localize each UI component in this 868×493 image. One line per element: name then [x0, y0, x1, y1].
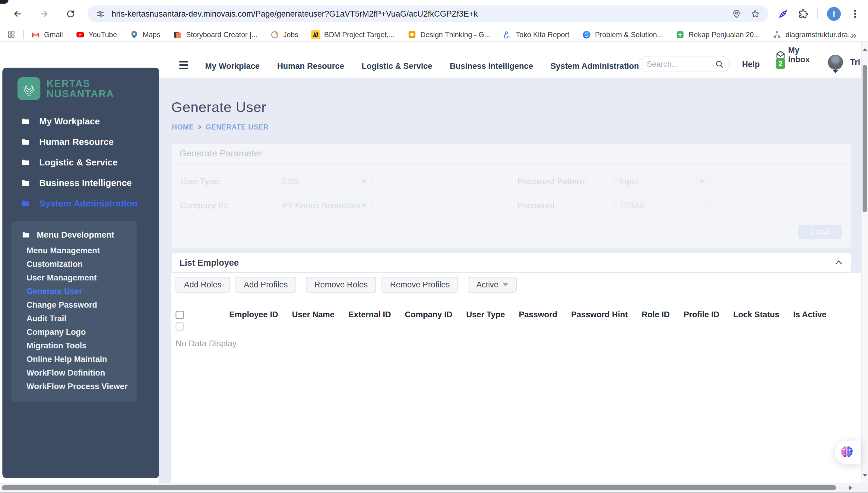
inbox-badge: 2: [776, 58, 785, 69]
inbox-link[interactable]: My Inbox 2: [775, 46, 810, 72]
address-bar[interactable]: hris-kertasnusantara-dev.minovais.com/Pa…: [88, 5, 769, 22]
bookmark-label: Jobs: [283, 30, 299, 39]
search-box[interactable]: [639, 56, 730, 72]
sidebar-item-user-management[interactable]: User Management: [12, 271, 137, 285]
sidebar-item-logistic-service[interactable]: Logistic & Service: [2, 152, 159, 173]
tune-icon[interactable]: [96, 9, 105, 18]
column-header-user-name: User Name: [292, 310, 335, 319]
browser-profile-avatar[interactable]: I: [827, 7, 841, 21]
bookmark-toko-kita-report[interactable]: Toko Kita Report: [503, 30, 569, 39]
bookmark-gmail[interactable]: Gmail: [31, 30, 63, 39]
sidebar-item-generate-user[interactable]: Generate User: [12, 285, 137, 298]
bookmark-storyboard-creator[interactable]: Storyboard Creator |...: [173, 30, 257, 39]
sidebar-item-workflow-definition[interactable]: WorkFlow Definition: [12, 366, 137, 380]
topnav-business-intelligence[interactable]: Business Intelligence: [450, 62, 533, 71]
bookmarks-overflow-icon[interactable]: »: [851, 29, 861, 40]
breadcrumb-current[interactable]: GENERATE USER: [205, 123, 269, 131]
extensions-puzzle-icon[interactable]: [797, 8, 808, 19]
search-icon[interactable]: [715, 60, 724, 68]
browser-nav-buttons: [12, 8, 76, 19]
horizontal-scrollbar-thumb[interactable]: [2, 485, 836, 490]
sidebar-item-migration-tools[interactable]: Migration Tools: [12, 339, 137, 352]
column-header-password-hint: Password Hint: [571, 310, 628, 319]
topnav-my-workplace[interactable]: My Workplace: [205, 62, 260, 71]
list-employee-header[interactable]: List Employee: [171, 253, 851, 273]
user-name: Tri: [850, 58, 860, 67]
kebab-menu-icon[interactable]: [850, 9, 860, 19]
select-all-checkbox[interactable]: [176, 310, 184, 319]
row-checkbox[interactable]: [176, 322, 184, 330]
bookmark-diagramstruktur-dra[interactable]: diagramstruktur.dra...: [772, 30, 851, 39]
remove-roles-button[interactable]: Remove Roles: [306, 277, 376, 293]
bookmark-label: YouTube: [89, 30, 117, 39]
company-id-select[interactable]: PT Kertas Nusantara: [276, 197, 373, 214]
sidebar-item-audit-trail[interactable]: Audit Trail: [12, 312, 137, 325]
password-pattern-select[interactable]: Input: [613, 173, 711, 190]
topnav-links: My WorkplaceHuman ResourceLogistic & Ser…: [205, 62, 639, 72]
app-logo: KERTAS NUSANTARA: [2, 71, 159, 107]
sidebar-item-my-workplace[interactable]: My Workplace: [2, 111, 159, 132]
search-input[interactable]: [647, 60, 715, 69]
sidebar-item-company-logo[interactable]: Company Logo: [12, 325, 137, 339]
add-profiles-button[interactable]: Add Profiles: [235, 277, 296, 293]
sidebar-item-label: Business Intelligence: [39, 178, 132, 188]
vertical-scrollbar-thumb[interactable]: [863, 65, 867, 212]
sidebar-item-human-resource[interactable]: Human Resource: [2, 132, 159, 152]
menu-toggle-icon[interactable]: [179, 61, 188, 72]
bookmark-star-icon[interactable]: [750, 9, 760, 19]
back-icon[interactable]: [12, 8, 23, 19]
password-input[interactable]: 123Aa: [613, 197, 711, 214]
sidebar-submenu: Menu Development Menu ManagementCustomiz…: [12, 221, 137, 402]
toolbar-divider: [817, 8, 818, 19]
topnav-logistic-service[interactable]: Logistic & Service: [362, 62, 432, 71]
topnav-system-administration[interactable]: System Administration: [550, 62, 639, 71]
apps-grid-icon[interactable]: [7, 30, 15, 39]
sidebar-item-online-help-maintain[interactable]: Online Help Maintain: [12, 352, 137, 366]
add-roles-button[interactable]: Add Roles: [176, 277, 230, 293]
bookmark-bdm-project-target[interactable]: BDM Project Target,...: [311, 30, 394, 39]
user-type-select[interactable]: ESS: [276, 173, 373, 190]
vertical-scrollbar[interactable]: [861, 42, 868, 483]
action-buttons: Add RolesAdd ProfilesRemove RolesRemove …: [176, 277, 861, 293]
active-filter-dropdown[interactable]: Active: [468, 277, 517, 293]
breadcrumb-home[interactable]: HOME: [172, 123, 194, 131]
bookmark-youtube[interactable]: YouTube: [76, 30, 117, 39]
chevron-down-icon: [503, 283, 508, 286]
bookmark-maps[interactable]: Maps: [130, 30, 160, 39]
remove-profiles-button[interactable]: Remove Profiles: [382, 277, 458, 293]
assistant-fab[interactable]: [835, 441, 861, 464]
bookmark-label: Rekap Penjualan 20...: [689, 30, 760, 39]
bookmark-problem-solution[interactable]: Problem & Solution...: [582, 30, 663, 39]
forward-icon[interactable]: [39, 8, 49, 19]
user-menu[interactable]: Tri: [828, 55, 860, 72]
bookmark-design-thinking-g[interactable]: Design Thinking - G...: [408, 30, 490, 39]
password-input-label: Password:: [513, 201, 613, 210]
extension-rocket-icon[interactable]: [778, 8, 789, 19]
bookmark-rekap-penjualan-20[interactable]: Rekap Penjualan 20...: [676, 30, 760, 39]
toko-icon: [503, 30, 512, 39]
table-header-row: Employee IDUser NameExternal IDCompany I…: [176, 310, 861, 319]
location-pin-icon[interactable]: [732, 9, 741, 19]
sidebar-item-menu-development[interactable]: Menu Development: [12, 228, 137, 244]
sidebar-item-customization[interactable]: Customization: [12, 258, 137, 271]
bookmarks-divider: [23, 30, 24, 39]
avatar[interactable]: [828, 55, 843, 70]
sidebar-item-system-administration[interactable]: System Administration: [2, 193, 159, 214]
scroll-right-icon[interactable]: [849, 486, 855, 490]
topnav-human-resource[interactable]: Human Resource: [277, 62, 344, 71]
sidebar-item-change-password[interactable]: Change Password: [12, 298, 137, 312]
scroll-down-icon[interactable]: [863, 474, 867, 479]
collapse-icon[interactable]: [836, 260, 842, 267]
sidebar-item-menu-management[interactable]: Menu Management: [12, 244, 137, 258]
horizontal-scrollbar[interactable]: [0, 483, 868, 493]
user-type-select-value: ESS: [282, 177, 299, 186]
canva-icon: [582, 30, 591, 39]
reload-icon[interactable]: [65, 8, 76, 19]
scroll-up-icon[interactable]: [863, 46, 867, 51]
generate-parameter-panel: Generate Parameter User Type:ESSPassword…: [171, 144, 851, 248]
help-link[interactable]: Help: [742, 60, 760, 72]
bookmark-jobs[interactable]: Jobs: [270, 30, 299, 39]
sidebar-item-workflow-process-viewer[interactable]: WorkFlow Process Viewer: [12, 380, 137, 393]
load-button[interactable]: Load: [798, 224, 842, 239]
sidebar-item-business-intelligence[interactable]: Business Intelligence: [2, 173, 159, 193]
